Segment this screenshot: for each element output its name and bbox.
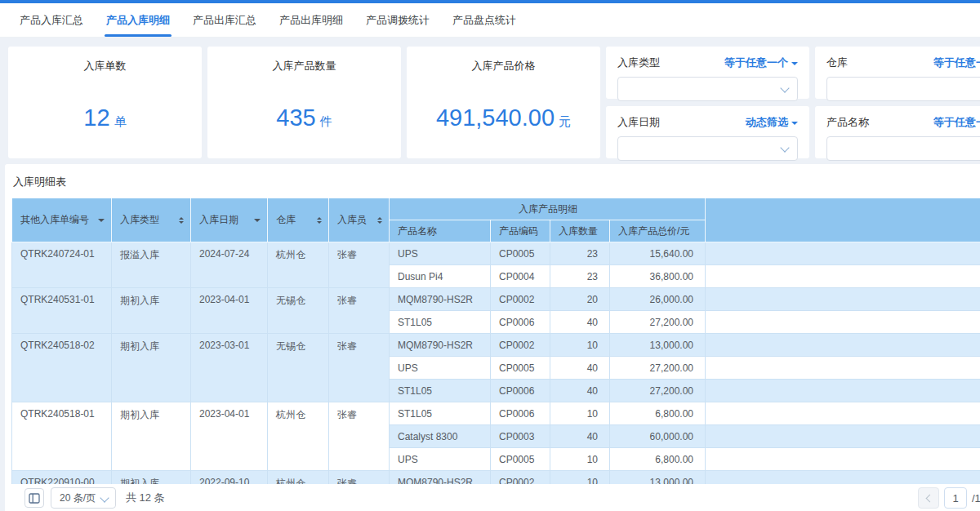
header-仓库[interactable]: 仓库 [268,198,329,242]
header-入库产品总价/元[interactable]: 入库产品总价/元 [610,220,706,242]
cell-product-name: Catalyst 8300 [390,425,491,448]
cell-product-name: MQM8790-HS2R [390,334,491,357]
pagination-bar: 20 条/页 共 12 条 /1 [5,484,980,511]
filter-panel-入库类型: 入库类型等于任意一个 [606,47,809,99]
total-count-label: 共 12 条 [126,491,165,505]
cell-quantity: 40 [550,311,610,334]
stat-card: 入库产品价格491,540.00元 [407,47,600,158]
tab-产品入库汇总[interactable]: 产品入库汇总 [20,3,83,37]
column-settings-button[interactable] [24,488,44,508]
cell-inbound-type: 期初入库 [112,334,191,402]
page-total-label: /1 [972,492,980,504]
filter-label: 入库类型 [617,56,660,70]
cell-filler [706,288,980,311]
tab-产品出库明细[interactable]: 产品出库明细 [279,3,343,37]
cell-product-code: CP0005 [491,448,550,471]
filter-column-1: 入库类型等于任意一个入库日期动态筛选 [606,47,809,158]
filter-select[interactable] [617,77,798,101]
cell-product-name: ST1L05 [390,402,491,425]
header-filler [706,198,980,242]
header-label: 入库员 [337,213,367,227]
stat-unit: 单 [114,114,127,128]
sort-icon[interactable] [317,217,322,224]
table-row: QTRK240518-01期初入库2023-04-01杭州仓张睿ST1L05CP… [12,402,980,425]
cell-product-code: CP0005 [491,242,550,265]
sort-icon[interactable] [377,217,382,224]
cell-inbound-operator: 张睿 [329,242,390,288]
header-入库日期[interactable]: 入库日期 [191,198,268,242]
filter-select[interactable] [826,136,980,161]
filter-panel-入库日期: 入库日期动态筛选 [606,106,809,158]
chevron-down-icon [780,83,789,92]
header-入库员[interactable]: 入库员 [329,198,390,242]
cell-total-price: 13,000.00 [610,334,706,357]
header-label: 入库类型 [120,213,159,227]
cell-product-name: UPS [390,357,491,380]
cell-inbound-date: 2023-04-01 [191,288,268,334]
cell-quantity: 20 [550,288,610,311]
stat-label: 入库产品价格 [407,47,600,73]
filter-label: 仓库 [826,56,848,70]
filter-column-2: 仓库等于任意一个产品名称等于任意一个 [815,47,980,158]
cell-product-name: Dusun Pi4 [390,265,491,288]
filter-panel-产品名称: 产品名称等于任意一个 [815,106,980,158]
filter-operator-button[interactable]: 动态筛选 [746,115,798,130]
cell-product-code: CP0005 [491,357,550,380]
header-入库数量[interactable]: 入库数量 [550,220,610,242]
tab-产品调拨统计[interactable]: 产品调拨统计 [366,3,430,37]
stat-card: 入库产品数量435件 [207,47,401,158]
cell-inbound-operator: 张睿 [329,402,390,471]
table-title: 入库明细表 [5,164,980,198]
header-row-1: 其他入库单编号入库类型入库日期仓库入库员入库产品明细 [12,198,980,220]
cell-filler [706,334,980,357]
cell-filler [706,380,980,402]
table-row: QTRK240724-01报溢入库2024-07-24杭州仓张睿UPSCP000… [12,242,980,265]
cell-total-price: 27,200.00 [610,311,706,334]
cell-product-code: CP0003 [491,425,550,448]
cell-filler [706,265,980,288]
tab-产品盘点统计[interactable]: 产品盘点统计 [452,3,516,37]
sort-icon[interactable] [179,217,184,224]
cell-quantity: 10 [550,448,610,471]
stats-cards: 入库单数12单入库产品数量435件入库产品价格491,540.00元 [8,47,600,158]
cell-total-price: 15,640.00 [610,242,706,265]
cell-product-code: CP0002 [491,334,550,357]
cell-product-name: UPS [390,242,491,265]
cell-product-name: ST1L05 [390,380,491,402]
cell-warehouse: 无锡仓 [268,334,329,402]
prev-page-button[interactable] [918,487,939,509]
header-产品名称[interactable]: 产品名称 [390,220,491,242]
filter-select[interactable] [826,77,980,101]
page-number-input[interactable] [944,487,967,509]
filter-operator-button[interactable]: 等于任意一个 [724,56,798,70]
chevron-down-icon [780,143,789,152]
filter-select[interactable] [617,136,798,161]
header-label: 其他入库单编号 [20,213,89,227]
table-body: QTRK240724-01报溢入库2024-07-24杭州仓张睿UPSCP000… [12,242,980,487]
cell-product-code: CP0006 [491,311,550,334]
caret-down-icon[interactable] [98,219,105,225]
tab-产品入库明细[interactable]: 产品入库明细 [106,3,170,37]
tab-产品出库汇总[interactable]: 产品出库汇总 [193,3,256,37]
header-产品编码[interactable]: 产品编码 [491,220,550,242]
page-size-value: 20 条/页 [60,491,96,505]
header-其他入库单编号[interactable]: 其他入库单编号 [12,198,112,242]
header-detail-group: 入库产品明细 [390,198,706,220]
cell-inbound-date: 2023-04-01 [191,402,268,471]
page-size-select[interactable]: 20 条/页 [51,487,116,509]
table-scroll-area[interactable]: 其他入库单编号入库类型入库日期仓库入库员入库产品明细产品名称产品编码入库数量入库… [11,198,980,487]
caret-down-icon[interactable] [254,219,261,225]
filter-operator-button[interactable]: 等于任意一个 [933,115,980,130]
chevron-left-icon [926,494,934,502]
chevron-down-icon [100,493,109,502]
cell-quantity: 40 [550,425,610,448]
filter-operator-button[interactable]: 等于任意一个 [933,56,980,70]
cell-quantity: 10 [550,402,610,425]
stat-value: 435件 [207,104,401,131]
cell-total-price: 27,200.00 [610,380,706,402]
cell-quantity: 10 [550,334,610,357]
stat-card: 入库单数12单 [8,47,202,158]
cell-order-no: QTRK240724-01 [12,242,112,288]
header-入库类型[interactable]: 入库类型 [112,198,191,242]
filter-panel-仓库: 仓库等于任意一个 [815,47,980,99]
